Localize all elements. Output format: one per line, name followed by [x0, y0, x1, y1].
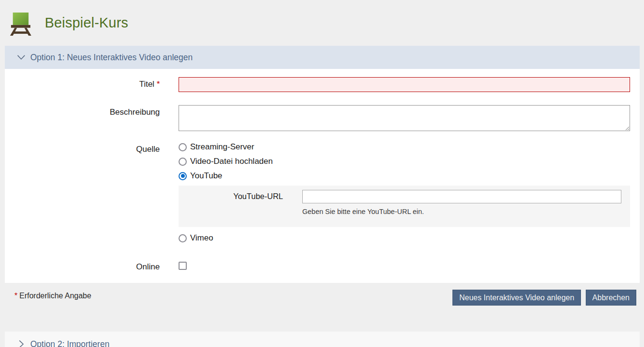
online-label: Online: [14, 260, 160, 272]
title-row: Titel *: [14, 77, 630, 92]
course-easel-icon: [10, 12, 32, 36]
option2-header-label: Option 2: Importieren: [30, 339, 109, 347]
page-title: Beispiel-Kurs: [45, 15, 128, 31]
description-textarea[interactable]: [179, 105, 630, 131]
option2-header[interactable]: Option 2: Importieren: [5, 332, 640, 347]
youtube-url-input[interactable]: [302, 190, 621, 203]
radio-icon[interactable]: [179, 143, 187, 151]
source-row: Quelle Streaming-Server Video-Datei hoch…: [14, 142, 630, 248]
description-row: Beschreibung: [14, 105, 630, 131]
radio-icon[interactable]: [179, 158, 187, 166]
required-asterisk: *: [156, 80, 160, 89]
radio-option-video-upload[interactable]: Video-Datei hochladen: [179, 157, 630, 166]
youtube-subform: YouTube-URL Geben Sie bitte eine YouTube…: [179, 186, 630, 227]
description-label: Beschreibung: [14, 105, 160, 117]
chevron-down-icon: [16, 52, 26, 63]
online-checkbox[interactable]: [179, 262, 187, 270]
radio-option-youtube[interactable]: YouTube: [179, 171, 630, 181]
submit-button[interactable]: Neues Interaktives Video anlegen: [452, 290, 581, 306]
option1-form: Titel * Beschreibung Quelle Streaming-Se…: [5, 69, 640, 283]
radio-option-vimeo[interactable]: Vimeo: [179, 233, 630, 243]
online-row: Online: [14, 260, 630, 272]
footer-buttons: Neues Interaktives Video anlegen Abbrech…: [452, 290, 636, 306]
required-asterisk: *: [14, 292, 17, 300]
page-header: Beispiel-Kurs: [0, 0, 644, 46]
option2-panel: Option 2: Importieren: [5, 332, 640, 347]
option1-header[interactable]: Option 1: Neues Interaktives Video anleg…: [5, 46, 640, 69]
cancel-button[interactable]: Abbrechen: [586, 290, 636, 306]
youtube-url-label: YouTube-URL: [179, 190, 283, 201]
form-footer: *Erforderliche Angabe Neues Interaktives…: [0, 283, 644, 317]
source-label: Quelle: [14, 142, 160, 154]
radio-checked-icon[interactable]: [179, 172, 187, 180]
option1-panel: Option 1: Neues Interaktives Video anleg…: [5, 46, 640, 283]
title-label: Titel *: [14, 77, 160, 89]
chevron-right-icon: [16, 339, 26, 347]
option1-header-label: Option 1: Neues Interaktives Video anleg…: [30, 53, 193, 63]
radio-option-streaming-server[interactable]: Streaming-Server: [179, 142, 630, 152]
radio-icon[interactable]: [179, 234, 187, 242]
youtube-url-hint: Geben Sie bitte eine YouTube-URL ein.: [302, 208, 621, 215]
title-input[interactable]: [179, 77, 630, 92]
required-note: *Erforderliche Angabe: [14, 290, 91, 300]
